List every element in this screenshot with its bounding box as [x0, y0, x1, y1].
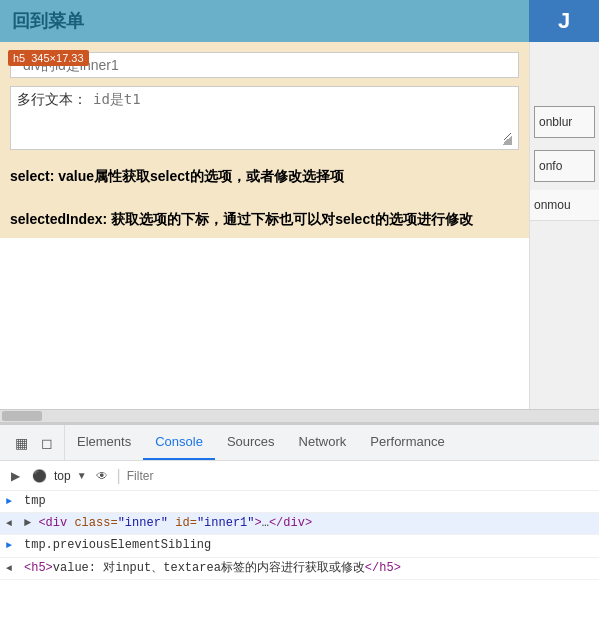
block-icon[interactable]: ⚫: [30, 467, 48, 485]
textarea-container: [93, 91, 512, 145]
devtools-tabs: ▦ ◻ Elements Console Sources Network Per…: [0, 425, 599, 461]
description-1: select: value属性获取select的选项，或者修改选择项: [0, 158, 529, 195]
horizontal-scrollbar[interactable]: [0, 409, 599, 423]
right-item-onfo: onfo: [534, 150, 595, 182]
element-tooltip: h5 345×17.33: [8, 50, 89, 66]
right-panel: onblur onfo onmou: [529, 42, 599, 409]
console-line: ◄ ► <div class="inner" id="inner1">…</di…: [0, 513, 599, 535]
back-label: 回到菜单: [12, 9, 84, 33]
devtools-panel: ▦ ◻ Elements Console Sources Network Per…: [0, 423, 599, 643]
console-text: tmp.previousElementSibling: [24, 536, 211, 555]
top-right-label: J: [558, 8, 570, 34]
arrow-right-icon: ►: [6, 494, 22, 510]
inner1-input[interactable]: [23, 57, 512, 73]
tooltip-size: 345×17.33: [31, 52, 83, 64]
description-2: selectedIndex: 获取选项的下标，通过下标也可以对select的选项…: [0, 201, 529, 238]
top-right-panel: J: [529, 0, 599, 42]
console-text: ► <div class="inner" id="inner1">…</div>: [24, 514, 312, 533]
device-icon[interactable]: ◻: [38, 434, 56, 452]
arrow-right-icon: ►: [6, 538, 22, 554]
scrollbar-thumb[interactable]: [2, 411, 42, 421]
console-line: ◄ <h5>value: 对input、textarea标签的内容进行获取或修改…: [0, 558, 599, 580]
console-line: ► tmp.previousElementSibling: [0, 535, 599, 557]
left-panel: h5 345×17.33 多行文本： select: value属性获取sele…: [0, 42, 529, 409]
right-item-onblur: onblur: [534, 106, 595, 138]
context-selector[interactable]: top: [54, 469, 71, 483]
tab-network[interactable]: Network: [287, 425, 359, 460]
textarea-label: 多行文本：: [17, 91, 87, 109]
devtools-icon-group: ▦ ◻: [4, 425, 65, 460]
console-text: tmp: [24, 492, 46, 511]
console-output: ► tmp ◄ ► <div class="inner" id="inner1"…: [0, 491, 599, 643]
top-bar: 回到菜单: [0, 0, 599, 42]
resize-handle[interactable]: [502, 135, 512, 145]
console-bar: ▶ ⚫ top ▼ 👁 |: [0, 461, 599, 491]
tab-elements[interactable]: Elements: [65, 425, 143, 460]
tab-console[interactable]: Console: [143, 425, 215, 460]
arrow-left-icon: ◄: [6, 516, 22, 532]
inspect-icon[interactable]: ▦: [12, 434, 30, 452]
tooltip-tag: h5: [13, 52, 25, 64]
tab-sources[interactable]: Sources: [215, 425, 287, 460]
console-text: <h5>value: 对input、textarea标签的内容进行获取或修改</…: [24, 559, 401, 578]
eye-icon[interactable]: 👁: [93, 467, 111, 485]
tab-performance[interactable]: Performance: [358, 425, 456, 460]
chevron-icon: ▼: [77, 470, 87, 481]
textarea-row: 多行文本：: [10, 86, 519, 150]
arrow-left-icon: ◄: [6, 561, 22, 577]
console-line: ► tmp: [0, 491, 599, 513]
right-item-onmou: onmou: [530, 190, 599, 221]
filter-input[interactable]: [127, 469, 593, 483]
play-icon[interactable]: ▶: [6, 467, 24, 485]
t1-textarea[interactable]: [93, 91, 512, 141]
